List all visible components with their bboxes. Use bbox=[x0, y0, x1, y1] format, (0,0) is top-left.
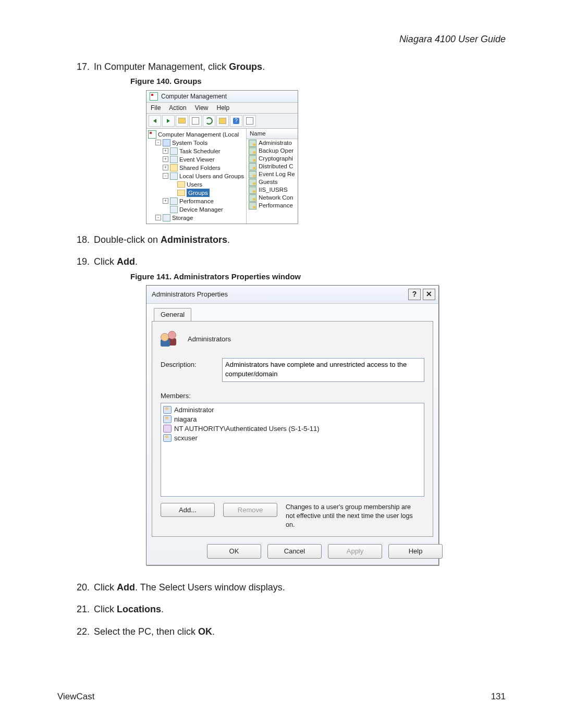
description-input[interactable] bbox=[222, 358, 424, 382]
tree-performance[interactable]: +Performance bbox=[148, 197, 246, 205]
members-label: Members: bbox=[161, 391, 424, 401]
ok-button[interactable]: OK bbox=[207, 544, 261, 559]
list-item[interactable]: Performance bbox=[247, 202, 298, 209]
member-item[interactable]: niagara bbox=[163, 415, 422, 424]
step-post: . bbox=[262, 61, 265, 72]
step-text: Click bbox=[94, 582, 117, 593]
tree-event-viewer[interactable]: +Event Viewer bbox=[148, 155, 246, 164]
step-bold: Add bbox=[117, 256, 135, 267]
properties-icon bbox=[192, 117, 199, 125]
step-text: Click bbox=[94, 256, 117, 267]
member-label: Administrator bbox=[174, 405, 214, 415]
tree-pane[interactable]: Computer Management (Local -System Tools… bbox=[146, 129, 247, 224]
list-item[interactable]: IIS_IUSRS bbox=[247, 186, 298, 194]
list-item[interactable]: Guests bbox=[247, 178, 298, 186]
group-name: Administrators bbox=[188, 335, 231, 344]
event-viewer-icon bbox=[170, 156, 178, 163]
group-large-icon bbox=[161, 331, 178, 347]
add-button[interactable]: Add... bbox=[161, 503, 215, 517]
arrow-left-icon bbox=[153, 119, 156, 123]
close-button[interactable]: ✕ bbox=[423, 289, 435, 300]
footer: ViewCast 131 bbox=[57, 692, 506, 702]
tree-users[interactable]: Users bbox=[148, 180, 246, 189]
folder-up-icon bbox=[178, 118, 186, 124]
list-item[interactable]: Cryptographi bbox=[247, 155, 298, 163]
step-bold: Locations bbox=[117, 604, 161, 614]
tree-root-label: Computer Management (Local bbox=[158, 130, 239, 139]
apply-button[interactable]: Apply bbox=[328, 544, 382, 559]
list-item[interactable]: Event Log Re bbox=[247, 170, 298, 178]
task-scheduler-icon bbox=[170, 147, 178, 155]
export-button[interactable] bbox=[216, 115, 229, 127]
list-label: IIS_IUSRS bbox=[259, 186, 288, 194]
extra-button[interactable] bbox=[243, 115, 256, 127]
tree-root[interactable]: Computer Management (Local bbox=[148, 130, 246, 139]
step-text: In Computer Management, click bbox=[94, 61, 229, 72]
tree-groups[interactable]: Groups bbox=[148, 189, 246, 197]
member-item[interactable]: NT AUTHORITY\Authenticated Users (S-1-5-… bbox=[163, 424, 422, 434]
tab-general[interactable]: General bbox=[154, 308, 191, 322]
menu-view[interactable]: View bbox=[195, 104, 209, 112]
help-button[interactable]: ? bbox=[230, 115, 242, 127]
cm-small-icon bbox=[148, 130, 156, 139]
tree-storage[interactable]: -Storage bbox=[148, 214, 246, 222]
step-number: 21. bbox=[73, 603, 90, 615]
step-number: 20. bbox=[73, 581, 90, 594]
tree-label: Shared Folders bbox=[179, 164, 221, 172]
menu-help[interactable]: Help bbox=[217, 104, 230, 112]
list-label: Guests bbox=[259, 178, 277, 186]
collapse-icon[interactable]: - bbox=[155, 140, 161, 145]
auth-users-icon bbox=[163, 425, 172, 433]
users-folder-icon bbox=[177, 181, 185, 188]
context-help-button[interactable]: ? bbox=[408, 289, 421, 300]
list-item[interactable]: Backup Oper bbox=[247, 147, 298, 155]
tree-shared-folders[interactable]: +Shared Folders bbox=[148, 164, 246, 172]
step-text: Select the PC, then click bbox=[94, 626, 198, 637]
dialog-help-button[interactable]: Help bbox=[388, 544, 443, 559]
list-pane[interactable]: Name Administrato Backup Oper Cryptograp… bbox=[247, 129, 298, 224]
storage-icon bbox=[163, 214, 170, 221]
collapse-icon[interactable]: - bbox=[163, 173, 168, 179]
tree-label: Users bbox=[187, 180, 202, 189]
properties-button[interactable] bbox=[189, 115, 202, 127]
step-number: 18. bbox=[73, 233, 90, 246]
member-item[interactable]: Administrator bbox=[163, 405, 422, 415]
expand-icon[interactable]: + bbox=[163, 148, 168, 154]
tree-label: Local Users and Groups bbox=[179, 172, 244, 180]
collapse-icon[interactable]: - bbox=[155, 215, 161, 220]
member-item[interactable]: scxuser bbox=[163, 434, 422, 443]
list-header-name[interactable]: Name bbox=[247, 129, 298, 140]
tree-system-tools[interactable]: -System Tools bbox=[148, 139, 246, 147]
members-listbox[interactable]: Administrator niagara NT AUTHORITY\Authe… bbox=[161, 403, 424, 497]
up-button[interactable] bbox=[176, 115, 188, 127]
list-label: Performance bbox=[259, 202, 293, 209]
expand-icon[interactable]: + bbox=[163, 198, 168, 204]
tree-local-users-groups[interactable]: -Local Users and Groups bbox=[148, 172, 246, 180]
expand-icon[interactable]: + bbox=[163, 156, 168, 162]
tree-device-manager[interactable]: Device Manager bbox=[148, 205, 246, 214]
remove-button[interactable]: Remove bbox=[223, 503, 277, 517]
list-item[interactable]: Network Con bbox=[247, 194, 298, 202]
performance-icon bbox=[170, 198, 178, 205]
expand-icon[interactable]: + bbox=[163, 165, 168, 170]
list-label: Network Con bbox=[259, 194, 293, 202]
list-item[interactable]: Distributed C bbox=[247, 163, 298, 170]
list-item[interactable]: Administrato bbox=[247, 139, 298, 147]
step-number: 17. bbox=[73, 60, 90, 73]
cm-body: Computer Management (Local -System Tools… bbox=[146, 129, 298, 224]
forward-button[interactable] bbox=[162, 115, 175, 127]
dialog-title: Administrators Properties bbox=[152, 290, 228, 299]
menu-action[interactable]: Action bbox=[169, 104, 186, 112]
tree-task-scheduler[interactable]: +Task Scheduler bbox=[148, 147, 246, 155]
cm-menubar: File Action View Help bbox=[146, 103, 298, 114]
steps-list: 17. In Computer Management, click Groups… bbox=[78, 60, 506, 638]
refresh-button[interactable] bbox=[203, 115, 215, 127]
tree-label: Task Scheduler bbox=[179, 147, 221, 155]
lug-icon bbox=[170, 172, 178, 180]
cancel-button[interactable]: Cancel bbox=[267, 544, 322, 559]
membership-note: Changes to a user's group membership are… bbox=[286, 503, 416, 529]
step-bold: Administrators bbox=[161, 235, 227, 245]
menu-file[interactable]: File bbox=[151, 104, 161, 112]
back-button[interactable] bbox=[149, 115, 161, 127]
tree-label-selected: Groups bbox=[187, 189, 210, 197]
